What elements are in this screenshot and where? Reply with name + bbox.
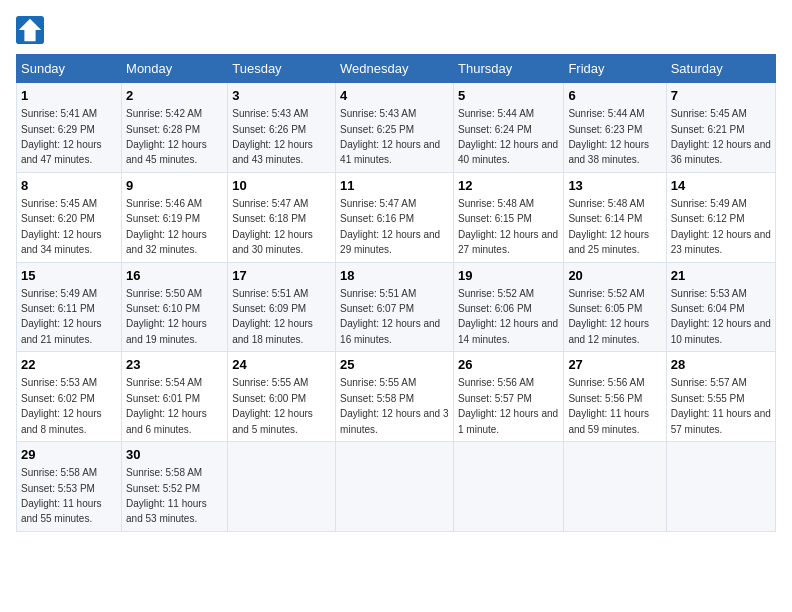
calendar-cell: 29Sunrise: 5:58 AMSunset: 5:53 PMDayligh… [17,442,122,532]
sunrise-text: Sunrise: 5:56 AMSunset: 5:57 PMDaylight:… [458,377,558,434]
day-number: 13 [568,177,661,195]
sunrise-text: Sunrise: 5:42 AMSunset: 6:28 PMDaylight:… [126,108,207,165]
day-number: 5 [458,87,559,105]
day-number: 23 [126,356,223,374]
sunrise-text: Sunrise: 5:45 AMSunset: 6:20 PMDaylight:… [21,198,102,255]
sunrise-text: Sunrise: 5:58 AMSunset: 5:53 PMDaylight:… [21,467,102,524]
sunrise-text: Sunrise: 5:44 AMSunset: 6:24 PMDaylight:… [458,108,558,165]
calendar-cell [228,442,336,532]
day-number: 15 [21,267,117,285]
calendar-cell: 23Sunrise: 5:54 AMSunset: 6:01 PMDayligh… [122,352,228,442]
logo-icon [16,16,44,44]
calendar-cell: 10Sunrise: 5:47 AMSunset: 6:18 PMDayligh… [228,172,336,262]
calendar-week-row: 15Sunrise: 5:49 AMSunset: 6:11 PMDayligh… [17,262,776,352]
sunrise-text: Sunrise: 5:56 AMSunset: 5:56 PMDaylight:… [568,377,649,434]
day-number: 29 [21,446,117,464]
calendar-cell: 17Sunrise: 5:51 AMSunset: 6:09 PMDayligh… [228,262,336,352]
sunrise-text: Sunrise: 5:47 AMSunset: 6:16 PMDaylight:… [340,198,440,255]
sunrise-text: Sunrise: 5:53 AMSunset: 6:04 PMDaylight:… [671,288,771,345]
calendar-cell: 19Sunrise: 5:52 AMSunset: 6:06 PMDayligh… [454,262,564,352]
header-saturday: Saturday [666,55,775,83]
day-number: 24 [232,356,331,374]
calendar-header-row: SundayMondayTuesdayWednesdayThursdayFrid… [17,55,776,83]
calendar-cell: 16Sunrise: 5:50 AMSunset: 6:10 PMDayligh… [122,262,228,352]
day-number: 18 [340,267,449,285]
calendar-cell: 2Sunrise: 5:42 AMSunset: 6:28 PMDaylight… [122,83,228,173]
header-tuesday: Tuesday [228,55,336,83]
day-number: 2 [126,87,223,105]
sunrise-text: Sunrise: 5:49 AMSunset: 6:11 PMDaylight:… [21,288,102,345]
calendar-week-row: 29Sunrise: 5:58 AMSunset: 5:53 PMDayligh… [17,442,776,532]
calendar-cell: 28Sunrise: 5:57 AMSunset: 5:55 PMDayligh… [666,352,775,442]
logo [16,16,46,44]
calendar-cell [564,442,666,532]
day-number: 4 [340,87,449,105]
calendar-cell [336,442,454,532]
calendar-cell: 8Sunrise: 5:45 AMSunset: 6:20 PMDaylight… [17,172,122,262]
calendar-table: SundayMondayTuesdayWednesdayThursdayFrid… [16,54,776,532]
day-number: 26 [458,356,559,374]
sunrise-text: Sunrise: 5:50 AMSunset: 6:10 PMDaylight:… [126,288,207,345]
sunrise-text: Sunrise: 5:58 AMSunset: 5:52 PMDaylight:… [126,467,207,524]
header-monday: Monday [122,55,228,83]
day-number: 11 [340,177,449,195]
calendar-cell: 25Sunrise: 5:55 AMSunset: 5:58 PMDayligh… [336,352,454,442]
calendar-week-row: 8Sunrise: 5:45 AMSunset: 6:20 PMDaylight… [17,172,776,262]
day-number: 3 [232,87,331,105]
header-wednesday: Wednesday [336,55,454,83]
day-number: 19 [458,267,559,285]
calendar-cell: 3Sunrise: 5:43 AMSunset: 6:26 PMDaylight… [228,83,336,173]
calendar-cell: 21Sunrise: 5:53 AMSunset: 6:04 PMDayligh… [666,262,775,352]
calendar-cell: 13Sunrise: 5:48 AMSunset: 6:14 PMDayligh… [564,172,666,262]
calendar-cell: 5Sunrise: 5:44 AMSunset: 6:24 PMDaylight… [454,83,564,173]
sunrise-text: Sunrise: 5:52 AMSunset: 6:06 PMDaylight:… [458,288,558,345]
sunrise-text: Sunrise: 5:41 AMSunset: 6:29 PMDaylight:… [21,108,102,165]
day-number: 1 [21,87,117,105]
sunrise-text: Sunrise: 5:55 AMSunset: 6:00 PMDaylight:… [232,377,313,434]
sunrise-text: Sunrise: 5:47 AMSunset: 6:18 PMDaylight:… [232,198,313,255]
sunrise-text: Sunrise: 5:46 AMSunset: 6:19 PMDaylight:… [126,198,207,255]
header-sunday: Sunday [17,55,122,83]
calendar-week-row: 22Sunrise: 5:53 AMSunset: 6:02 PMDayligh… [17,352,776,442]
calendar-cell: 12Sunrise: 5:48 AMSunset: 6:15 PMDayligh… [454,172,564,262]
calendar-cell: 9Sunrise: 5:46 AMSunset: 6:19 PMDaylight… [122,172,228,262]
sunrise-text: Sunrise: 5:51 AMSunset: 6:07 PMDaylight:… [340,288,440,345]
day-number: 20 [568,267,661,285]
day-number: 22 [21,356,117,374]
sunrise-text: Sunrise: 5:48 AMSunset: 6:15 PMDaylight:… [458,198,558,255]
sunrise-text: Sunrise: 5:44 AMSunset: 6:23 PMDaylight:… [568,108,649,165]
day-number: 8 [21,177,117,195]
calendar-cell: 15Sunrise: 5:49 AMSunset: 6:11 PMDayligh… [17,262,122,352]
calendar-cell: 20Sunrise: 5:52 AMSunset: 6:05 PMDayligh… [564,262,666,352]
calendar-cell: 14Sunrise: 5:49 AMSunset: 6:12 PMDayligh… [666,172,775,262]
day-number: 7 [671,87,771,105]
calendar-cell: 7Sunrise: 5:45 AMSunset: 6:21 PMDaylight… [666,83,775,173]
calendar-cell: 4Sunrise: 5:43 AMSunset: 6:25 PMDaylight… [336,83,454,173]
day-number: 10 [232,177,331,195]
sunrise-text: Sunrise: 5:49 AMSunset: 6:12 PMDaylight:… [671,198,771,255]
sunrise-text: Sunrise: 5:55 AMSunset: 5:58 PMDaylight:… [340,377,448,434]
day-number: 25 [340,356,449,374]
day-number: 16 [126,267,223,285]
calendar-cell: 24Sunrise: 5:55 AMSunset: 6:00 PMDayligh… [228,352,336,442]
sunrise-text: Sunrise: 5:43 AMSunset: 6:26 PMDaylight:… [232,108,313,165]
sunrise-text: Sunrise: 5:43 AMSunset: 6:25 PMDaylight:… [340,108,440,165]
calendar-cell: 26Sunrise: 5:56 AMSunset: 5:57 PMDayligh… [454,352,564,442]
calendar-cell [454,442,564,532]
calendar-cell: 18Sunrise: 5:51 AMSunset: 6:07 PMDayligh… [336,262,454,352]
calendar-week-row: 1Sunrise: 5:41 AMSunset: 6:29 PMDaylight… [17,83,776,173]
sunrise-text: Sunrise: 5:51 AMSunset: 6:09 PMDaylight:… [232,288,313,345]
day-number: 9 [126,177,223,195]
sunrise-text: Sunrise: 5:52 AMSunset: 6:05 PMDaylight:… [568,288,649,345]
calendar-cell [666,442,775,532]
sunrise-text: Sunrise: 5:54 AMSunset: 6:01 PMDaylight:… [126,377,207,434]
calendar-cell: 22Sunrise: 5:53 AMSunset: 6:02 PMDayligh… [17,352,122,442]
header-friday: Friday [564,55,666,83]
calendar-cell: 27Sunrise: 5:56 AMSunset: 5:56 PMDayligh… [564,352,666,442]
day-number: 21 [671,267,771,285]
sunrise-text: Sunrise: 5:48 AMSunset: 6:14 PMDaylight:… [568,198,649,255]
day-number: 30 [126,446,223,464]
calendar-cell: 30Sunrise: 5:58 AMSunset: 5:52 PMDayligh… [122,442,228,532]
calendar-cell: 6Sunrise: 5:44 AMSunset: 6:23 PMDaylight… [564,83,666,173]
sunrise-text: Sunrise: 5:53 AMSunset: 6:02 PMDaylight:… [21,377,102,434]
